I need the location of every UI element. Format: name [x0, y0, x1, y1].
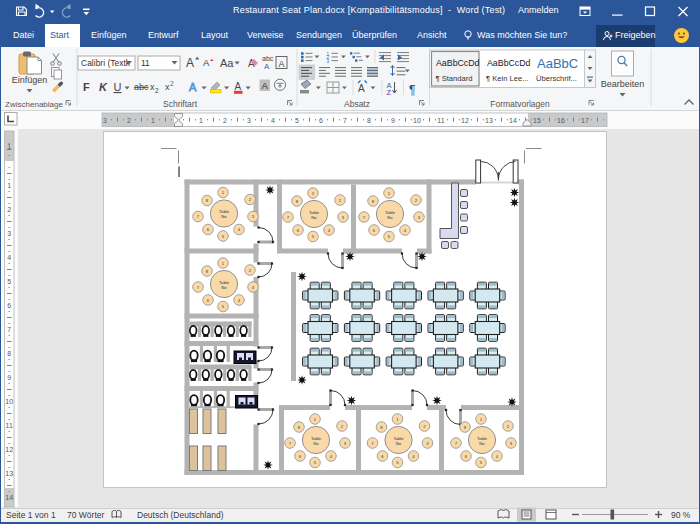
svg-text:A: A [189, 81, 197, 93]
svg-text:Z: Z [387, 88, 392, 97]
svg-text:AaBbCcDd: AaBbCcDd [487, 58, 531, 68]
svg-text:¶ Standard: ¶ Standard [436, 74, 473, 83]
svg-text:Überschrif...: Überschrif... [536, 74, 577, 83]
svg-text:3: 3 [327, 59, 330, 64]
svg-text:2: 2 [170, 80, 174, 87]
svg-text:Bearbeiten: Bearbeiten [601, 79, 645, 89]
svg-text:11: 11 [141, 58, 150, 68]
svg-text:Schriftart: Schriftart [163, 99, 198, 109]
svg-text:Calibri (Textk: Calibri (Textk [81, 58, 131, 68]
svg-text:F: F [83, 81, 90, 93]
svg-text:A: A [203, 57, 210, 68]
svg-text:abc: abc [134, 82, 149, 92]
svg-text:A: A [279, 59, 285, 69]
svg-text:A: A [235, 81, 242, 92]
svg-text:U: U [114, 81, 122, 93]
svg-text:Aa: Aa [220, 57, 234, 69]
svg-text:A: A [358, 83, 365, 94]
svg-text:K: K [99, 81, 108, 93]
svg-text:Formatvorlagen: Formatvorlagen [490, 99, 550, 109]
svg-text:Einfügen: Einfügen [12, 75, 48, 85]
svg-text:AaBbC: AaBbC [537, 56, 578, 71]
svg-text:Absatz: Absatz [344, 99, 370, 109]
svg-text:A: A [186, 56, 194, 70]
svg-text:A: A [262, 80, 269, 91]
svg-text:2: 2 [155, 87, 159, 94]
svg-text:¶ Kein Lee...: ¶ Kein Lee... [486, 74, 529, 83]
svg-text:Zwischenablage: Zwischenablage [5, 100, 63, 109]
svg-text:¶: ¶ [409, 83, 415, 97]
svg-text:AaBbCcDd: AaBbCcDd [436, 58, 480, 68]
svg-text:A: A [264, 62, 270, 71]
